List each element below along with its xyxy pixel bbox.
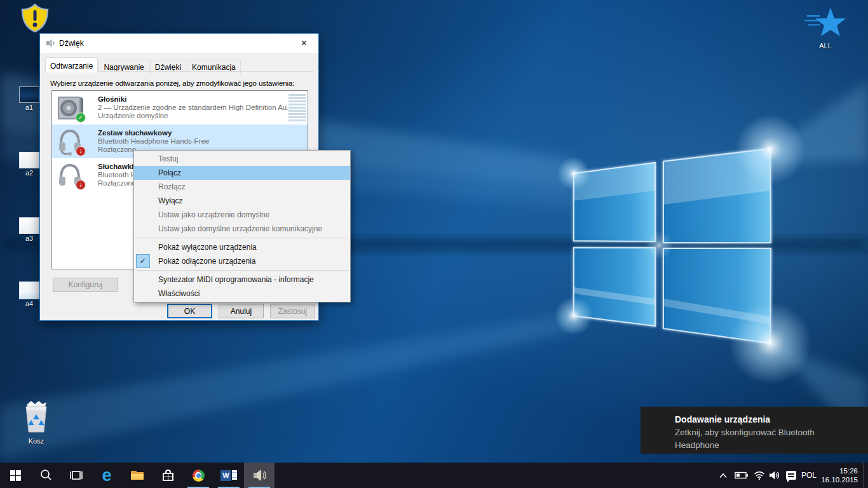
action-center-icon xyxy=(786,471,796,480)
edge-icon: e xyxy=(102,467,111,484)
device-description: Bluetooth Headphone Hands-Free xyxy=(98,137,209,146)
disconnected-icon: ↓ xyxy=(76,180,86,190)
search-icon xyxy=(39,469,52,482)
ok-button[interactable]: OK xyxy=(167,304,212,318)
chevron-up-icon xyxy=(719,473,728,478)
chrome-button[interactable] xyxy=(183,463,214,488)
menu-item-label: Pokaż odłączone urządzenia xyxy=(158,257,255,266)
apply-button[interactable]: Zastosuj xyxy=(270,304,315,318)
notification-toast[interactable]: Dodawanie urządzenia Zetknij, aby skonfi… xyxy=(641,407,868,454)
toast-body: Zetknij, aby skonfigurować Bluetooth Hea… xyxy=(675,426,848,452)
store-bag-icon xyxy=(163,470,173,481)
clock-date: 16.10.2015 xyxy=(821,475,858,484)
menu-item-testuj[interactable]: Testuj xyxy=(134,152,350,166)
sound-window-button[interactable] xyxy=(244,463,275,488)
dialog-tabs: OdtwarzanieNagrywanieDźwiękiKomunikacja xyxy=(45,57,313,72)
wifi-icon xyxy=(754,471,765,480)
file-explorer-button[interactable] xyxy=(122,463,153,488)
sound-dialog-icon xyxy=(45,38,55,48)
edge-button[interactable]: e xyxy=(92,463,122,488)
tray-chevron-button[interactable] xyxy=(714,463,732,488)
security-shield-icon[interactable] xyxy=(20,3,50,32)
checkmark-icon: ✓ xyxy=(136,254,150,268)
device-context-menu: Testuj Połącz Rozłącz Wyłącz Ustaw jako … xyxy=(133,150,351,302)
device-row-speakers[interactable]: ✓ Głośniki 2 — Urządzenie zgodne ze stan… xyxy=(52,91,308,125)
all-player-shortcut[interactable]: ALL xyxy=(802,5,848,48)
configure-button[interactable]: Konfiguruj xyxy=(53,278,118,292)
menu-item-syntezator-midi[interactable]: Syntezator MIDI oprogramowania - informa… xyxy=(134,273,350,287)
tab-dzwieki[interactable]: Dźwięki xyxy=(150,60,186,74)
tray-action-center-button[interactable] xyxy=(783,463,799,488)
volume-icon xyxy=(769,470,780,480)
recycle-bin-icon xyxy=(22,400,50,433)
task-view-button[interactable] xyxy=(61,463,92,488)
recycle-bin-label: Kosz xyxy=(21,437,51,445)
toast-title: Dodawanie urządzenia xyxy=(675,414,862,424)
volume-level-meter xyxy=(288,94,306,122)
instruction-text: Wybierz urządzenie odtwarzania poniżej, … xyxy=(50,79,294,87)
tray-battery-button[interactable] xyxy=(732,463,751,488)
word-button[interactable]: W xyxy=(214,463,244,488)
start-button[interactable] xyxy=(0,463,31,488)
menu-item-ustaw-domyslne[interactable]: Ustaw jako urządzenie domyślne xyxy=(134,208,350,222)
star-icon xyxy=(802,5,848,38)
all-player-label: ALL xyxy=(810,42,841,50)
device-status: Urządzenie domyślne xyxy=(98,112,293,120)
task-view-icon xyxy=(69,470,83,480)
tray-volume-button[interactable] xyxy=(766,463,783,488)
recycle-bin[interactable]: Kosz xyxy=(17,400,55,445)
chrome-icon xyxy=(193,470,205,482)
disconnected-icon: ↓ xyxy=(76,146,86,156)
dialog-title: Dźwięk xyxy=(59,39,84,48)
taskbar: e W xyxy=(0,463,868,488)
shortcut-a3-thumbnail[interactable] xyxy=(19,217,39,234)
tab-nagrywanie[interactable]: Nagrywanie xyxy=(98,60,149,74)
menu-item-wlasciwosci[interactable]: Właściwości xyxy=(134,287,350,301)
store-button[interactable] xyxy=(153,463,183,488)
word-icon: W xyxy=(220,470,237,481)
menu-separator xyxy=(135,238,349,238)
menu-item-polacz[interactable]: Połącz xyxy=(134,166,350,180)
windows-logo-icon xyxy=(10,470,21,481)
menu-item-ustaw-komunikacyjne[interactable]: Ustaw jako domyślne urządzenie komunikac… xyxy=(134,222,350,236)
close-icon[interactable]: ✕ xyxy=(290,34,318,52)
tray-clock-button[interactable]: 15:26 16.10.2015 xyxy=(818,463,858,488)
desktop: ALL a1 a2 a3 a4 Kosz Dźwięk ✕ xyxy=(0,0,868,488)
default-device-check-icon: ✓ xyxy=(76,112,86,123)
menu-item-wylacz[interactable]: Wyłącz xyxy=(134,194,350,208)
battery-icon xyxy=(735,471,749,479)
menu-separator xyxy=(135,270,349,271)
shortcut-a2-thumbnail[interactable] xyxy=(19,152,39,168)
search-button[interactable] xyxy=(31,463,61,488)
device-name: Głośniki xyxy=(98,95,293,104)
speaker-window-icon xyxy=(252,468,267,483)
tray-wifi-button[interactable] xyxy=(751,463,768,488)
shortcut-a1-thumbnail[interactable] xyxy=(19,86,39,103)
dialog-titlebar[interactable]: Dźwięk ✕ xyxy=(40,34,318,53)
show-desktop-button[interactable] xyxy=(864,463,868,488)
device-name: Zestaw słuchawkowy xyxy=(98,129,209,137)
menu-item-pokaz-wylaczone[interactable]: Pokaż wyłączone urządzenia xyxy=(134,240,350,254)
device-description: 2 — Urządzenie zgodne ze standardem High… xyxy=(98,104,293,112)
folder-icon xyxy=(131,471,144,480)
shortcut-a4-thumbnail[interactable] xyxy=(19,281,41,299)
menu-item-rozlacz[interactable]: Rozłącz xyxy=(134,180,350,194)
clock-time: 15:26 xyxy=(839,466,858,475)
tab-odtwarzanie[interactable]: Odtwarzanie xyxy=(45,57,98,72)
menu-item-pokaz-odlaczone[interactable]: ✓Pokaż odłączone urządzenia xyxy=(134,254,350,268)
cancel-button[interactable]: Anuluj xyxy=(219,304,264,318)
tab-komunikacja[interactable]: Komunikacja xyxy=(187,60,241,74)
tray-language-button[interactable]: POL xyxy=(799,463,818,488)
